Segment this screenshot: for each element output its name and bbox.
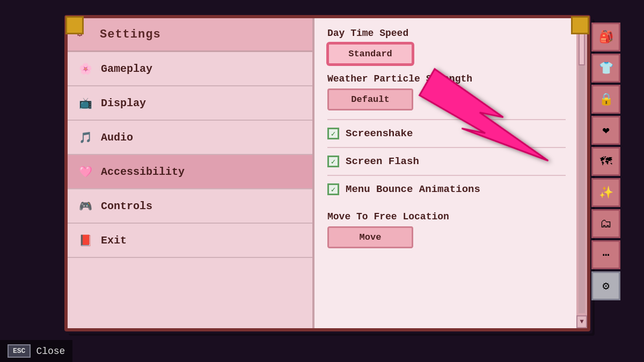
move-location-label: Move To Free Location [327, 211, 566, 222]
accessibility-icon: 🩷 [77, 164, 93, 180]
audio-icon: 🎵 [77, 129, 93, 145]
daytime-speed-label: Day Time Speed [327, 28, 566, 39]
controls-label: Controls [101, 200, 152, 212]
menu-item-gameplay[interactable]: 🌸 Gameplay [68, 52, 312, 86]
daytime-speed-button[interactable]: Standard [327, 43, 413, 65]
weather-particles-label: Weather Particle Strength [327, 73, 566, 84]
controls-icon: 🎮 [77, 198, 93, 214]
screenshake-row: Screenshake [327, 119, 566, 147]
screen-flash-row: Screen Flash [327, 147, 566, 175]
scroll-thumb[interactable] [579, 33, 585, 65]
menu-item-exit[interactable]: 📕 Exit [68, 224, 312, 258]
scroll-track [579, 33, 585, 313]
accessibility-label: Accessibility [101, 166, 185, 178]
sidebar-heart-icon[interactable]: ❤️ [591, 116, 620, 145]
close-label: Close [36, 346, 65, 357]
display-icon: 📺 [77, 95, 93, 111]
menu-item-display[interactable]: 📺 Display [68, 86, 312, 121]
weather-particles-section: Weather Particle Strength Default [327, 73, 566, 110]
settings-gear-icon [76, 26, 93, 43]
display-label: Display [101, 97, 146, 109]
gameplay-icon: 🌸 [77, 61, 93, 77]
menu-item-accessibility[interactable]: 🩷 Accessibility [68, 155, 312, 189]
gameplay-label: Gameplay [101, 63, 152, 75]
audio-label: Audio [101, 131, 133, 144]
settings-header: Settings [68, 18, 312, 52]
scroll-down-arrow[interactable]: ▼ [576, 315, 587, 328]
settings-title: Settings [100, 28, 161, 41]
screenshake-label: Screenshake [346, 128, 413, 139]
settings-book: Settings 🌸 Gameplay 📺 Display 🎵 Audio 🩷 … [64, 15, 590, 331]
sidebar-menu-icon[interactable]: ⋯ [591, 240, 620, 269]
menu-bounce-label: Menu Bounce Animations [346, 183, 480, 195]
weather-particles-button[interactable]: Default [327, 88, 413, 110]
menu-item-controls[interactable]: 🎮 Controls [68, 189, 312, 224]
sidebar-gear-icon[interactable]: ⚙ [591, 271, 620, 300]
exit-icon: 📕 [77, 232, 93, 248]
esc-key[interactable]: ESC [8, 344, 31, 358]
screen-flash-checkbox[interactable] [327, 156, 339, 167]
esc-bar: ESC Close [0, 340, 72, 362]
right-sidebar: 🎒 👕 🔒 ❤️ 🗺 ✨ 🗂 ⋯ ⚙ [591, 18, 624, 328]
move-location-section: Move To Free Location Move [327, 211, 566, 248]
menu-bounce-row: Menu Bounce Animations [327, 175, 566, 203]
daytime-speed-section: Day Time Speed Standard [327, 28, 566, 65]
left-panel: Settings 🌸 Gameplay 📺 Display 🎵 Audio 🩷 … [68, 18, 314, 328]
sidebar-lock-icon[interactable]: 🔒 [591, 85, 620, 114]
scroll-up-arrow[interactable]: ▲ [576, 18, 587, 31]
menu-bounce-checkbox[interactable] [327, 183, 339, 195]
sidebar-sparkle-icon[interactable]: ✨ [591, 178, 620, 207]
scrollbar: ▲ ▼ [576, 18, 587, 328]
sidebar-grid-icon[interactable]: 🗂 [591, 209, 620, 238]
exit-label: Exit [101, 234, 127, 247]
menu-item-audio[interactable]: 🎵 Audio [68, 121, 312, 155]
right-panel: Day Time Speed Standard Weather Particle… [314, 18, 587, 328]
screenshake-checkbox[interactable] [327, 128, 339, 139]
sidebar-map-icon[interactable]: 🗺 [591, 147, 620, 176]
sidebar-bag-icon[interactable]: 🎒 [591, 23, 620, 51]
sidebar-shirt-icon[interactable]: 👕 [591, 54, 620, 83]
screen-flash-label: Screen Flash [346, 156, 419, 167]
move-location-button[interactable]: Move [327, 226, 413, 248]
right-content: Day Time Speed Standard Weather Particle… [314, 18, 576, 328]
